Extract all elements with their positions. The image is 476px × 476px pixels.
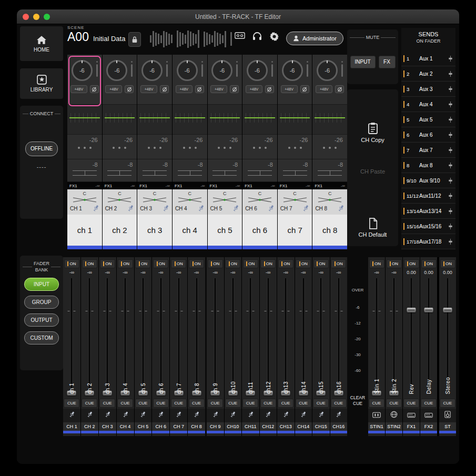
ch-default-button[interactable]: CH Default <box>347 218 398 238</box>
comp-display[interactable]: -8 <box>242 159 277 182</box>
cue-button[interactable]: CUE <box>99 399 115 408</box>
monitor-headphones-icon[interactable] <box>252 32 262 43</box>
channel-label-area[interactable]: C CH 5 ch 5 <box>208 189 242 249</box>
fader-track[interactable] <box>337 278 340 392</box>
on-button[interactable]: ON <box>440 259 455 268</box>
zoom-button[interactable] <box>44 14 50 20</box>
fader-track[interactable] <box>267 278 269 392</box>
on-button[interactable]: ON <box>387 259 402 268</box>
on-button[interactable]: ON <box>82 259 97 268</box>
fader-track[interactable] <box>195 278 198 392</box>
channel-label-area[interactable]: C CH 7 ch 7 <box>278 189 312 249</box>
on-button[interactable]: ON <box>331 259 346 268</box>
on-button[interactable]: ON <box>421 259 437 268</box>
offline-button[interactable]: OFFLINE <box>25 141 58 156</box>
mute-fx-button[interactable]: FX <box>379 56 396 68</box>
send-row[interactable]: 9/10 Aux 9/10 <box>401 173 455 188</box>
comp-display[interactable]: -8 <box>278 159 312 182</box>
fader-label-row[interactable]: ST <box>439 422 456 431</box>
cue-button[interactable]: CUE <box>278 399 293 408</box>
on-button[interactable]: ON <box>100 259 115 268</box>
cue-button[interactable]: CUE <box>403 399 419 408</box>
channel-strip[interactable]: -6 +48V -26 -8 FX1 -∞ C <box>67 55 102 249</box>
phase-button[interactable] <box>265 85 274 93</box>
fader-track[interactable] <box>70 278 73 392</box>
cue-button[interactable]: CUE <box>242 399 258 408</box>
send-row[interactable]: 7 Aux 7 <box>401 143 455 158</box>
library-button[interactable]: LIBRARY <box>20 68 63 99</box>
gate-display[interactable]: -26 <box>67 135 102 159</box>
fader-handle[interactable] <box>443 308 452 312</box>
gain-knob[interactable]: -6 <box>317 60 338 81</box>
phantom-48v-button[interactable]: +48V <box>316 85 332 93</box>
fader-label-row[interactable]: CH 3 <box>99 422 116 431</box>
on-button[interactable]: ON <box>404 259 419 268</box>
scene-display[interactable]: SCENE A00 Initial Data <box>67 25 125 44</box>
fx-send-row[interactable]: FX1 -∞ <box>242 182 277 189</box>
home-button[interactable]: HOME <box>20 26 63 61</box>
send-row[interactable]: 11/12 Aux11/12 <box>401 188 455 204</box>
fader-handle[interactable] <box>424 308 433 312</box>
close-button[interactable] <box>23 14 29 20</box>
on-button[interactable]: ON <box>171 259 186 268</box>
fader-label-row[interactable]: CH15 <box>312 422 330 431</box>
on-button[interactable]: ON <box>208 259 223 268</box>
on-button[interactable]: ON <box>64 259 79 268</box>
cue-button[interactable]: CUE <box>171 399 187 408</box>
gain-knob[interactable]: -6 <box>247 60 268 81</box>
send-row[interactable]: 17/18 Aux17/18 <box>401 234 455 249</box>
cue-button[interactable]: CUE <box>296 399 311 408</box>
fader-label-row[interactable]: FX1 <box>403 422 420 431</box>
comp-display[interactable]: -8 <box>103 159 137 182</box>
fx-send-row[interactable]: FX1 -∞ <box>103 182 137 189</box>
cue-button[interactable]: CUE <box>331 399 347 408</box>
fx-send-row[interactable]: FX1 -∞ <box>173 182 207 189</box>
eq-display[interactable] <box>312 104 347 135</box>
send-row[interactable]: 15/16 Aux15/16 <box>401 219 455 234</box>
ch-copy-button[interactable]: CH Copy <box>347 122 398 143</box>
cue-button[interactable]: CUE <box>135 399 151 408</box>
mute-input-button[interactable]: INPUT <box>350 56 376 68</box>
cue-button[interactable]: CUE <box>117 399 133 408</box>
recorder-icon[interactable] <box>235 32 245 41</box>
phase-button[interactable] <box>90 85 99 93</box>
on-button[interactable]: ON <box>260 259 276 268</box>
cue-button[interactable]: CUE <box>440 399 455 408</box>
phantom-48v-button[interactable]: +48V <box>210 85 227 93</box>
fader-track[interactable] <box>88 278 91 392</box>
administrator-button[interactable]: Administrator <box>286 32 343 45</box>
comp-display[interactable]: -8 <box>173 159 207 182</box>
fader-track[interactable] <box>106 278 109 392</box>
send-row[interactable]: 5 Aux 5 <box>401 112 455 127</box>
fx-send-row[interactable]: FX1 -∞ <box>67 182 102 189</box>
fader-label-row[interactable]: CH 6 <box>152 422 169 431</box>
gate-display[interactable]: -26 <box>242 135 277 159</box>
send-row[interactable]: 4 Aux 4 <box>401 97 455 112</box>
eq-display[interactable] <box>67 104 102 135</box>
on-button[interactable]: ON <box>243 259 258 268</box>
fader-track[interactable] <box>141 278 144 392</box>
gate-display[interactable]: -26 <box>278 135 312 159</box>
fx-send-row[interactable]: FX1 -∞ <box>208 182 242 189</box>
send-row[interactable]: 13/14 Aux13/14 <box>401 204 455 219</box>
fader-label-row[interactable]: CH 8 <box>188 422 205 431</box>
channel-label-area[interactable]: C CH 3 ch 3 <box>137 189 172 249</box>
fx-send-row[interactable]: FX1 -∞ <box>312 182 347 189</box>
cue-button[interactable]: CUE <box>189 399 205 408</box>
fader-track[interactable] <box>393 278 396 392</box>
gate-display[interactable]: -26 <box>173 135 207 159</box>
fader-handle[interactable] <box>407 308 416 312</box>
phase-button[interactable] <box>160 85 169 93</box>
fader-track[interactable] <box>376 278 378 392</box>
comp-display[interactable]: -8 <box>208 159 242 182</box>
phase-button[interactable] <box>335 85 344 93</box>
gain-knob[interactable]: -6 <box>282 60 303 81</box>
fader-track[interactable] <box>231 278 234 392</box>
fader-label-row[interactable]: CH 2 <box>81 422 98 431</box>
fader-label-row[interactable]: CH11 <box>242 422 259 431</box>
send-row[interactable]: 3 Aux 3 <box>401 82 455 97</box>
channel-strip[interactable]: -6 +48V -26 -8 FX1 -∞ C <box>278 55 312 249</box>
fader-label-row[interactable]: FX2 <box>420 422 437 431</box>
eq-display[interactable] <box>103 104 137 135</box>
channel-strip[interactable]: -6 +48V -26 -8 FX1 -∞ C <box>242 55 277 249</box>
